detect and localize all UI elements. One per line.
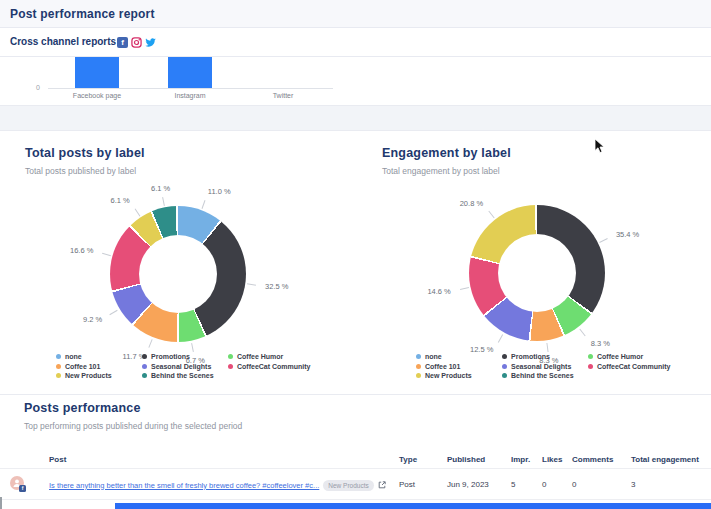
cell-published: Jun 9, 2023 [447,480,489,489]
cell-total-engagement: 3 [631,480,635,489]
engagement-donut-chart[interactable]: 35.4 %8.3 %8.3 %12.5 %14.6 %20.8 % [427,163,647,383]
engagement-title: Engagement by label [382,146,511,160]
facebook-icon[interactable]: f [117,37,128,48]
legend-item[interactable]: Coffee 101 [410,362,496,372]
column-header-published: Published [447,455,485,464]
legend-label: CoffeeCat Community [237,363,311,370]
instagram-icon[interactable] [131,37,142,48]
posts-performance-subtitle: Top performing posts published during th… [24,421,242,431]
legend-item[interactable]: none [50,352,136,362]
legend-dot [416,354,421,359]
legend-dot [142,373,147,378]
legend-item[interactable]: CoffeeCat Community [582,362,668,372]
legend-item[interactable]: Coffee Humor [222,352,308,362]
mouse-cursor [594,138,605,154]
label-leader-line [134,208,140,216]
total-posts-donut-chart[interactable]: 11.0 %32.5 %6.7 %11.7 %9.2 %16.6 %6.1 %6… [68,164,288,384]
legend-label: Coffee Humor [237,353,283,360]
column-header-post: Post [49,455,66,464]
total-posts-title: Total posts by label [25,146,145,160]
legend-item[interactable]: Behind the Scenes [496,371,582,381]
engagement-legend: noneCoffee 101New ProductsPromotionsSeas… [410,352,668,381]
external-link-icon[interactable] [378,481,386,489]
legend-item[interactable]: none [410,352,496,362]
bar-facebook-page[interactable] [75,57,119,88]
window-edge-artifact [0,497,2,509]
label-leader-line [488,211,494,219]
legend-dot [416,373,421,378]
legend-label: New Products [425,372,472,379]
legend-dot [588,354,593,359]
y-axis-tick: 0 [36,84,40,91]
legend-label: Coffee 101 [65,363,100,370]
page-title: Post performance report [10,7,155,21]
page-header: Post performance report [0,0,711,28]
legend-label: none [425,353,442,360]
post-performance-report-page: Post performance report Cross channel re… [0,0,711,509]
legend-item[interactable]: Promotions [496,352,582,362]
legend-dot [142,354,147,359]
legend-item[interactable]: New Products [50,371,136,381]
donut-hole [498,234,576,312]
report-type-selector[interactable]: Cross channel reports [10,36,128,47]
label-leader-line [579,329,585,337]
label-leader-line [546,343,548,352]
legend-dot [502,354,507,359]
slice-percentage-label: 20.8 % [460,199,483,208]
legend-item[interactable]: Coffee 101 [50,362,136,372]
legend-dot [502,373,507,378]
posts-performance-title: Posts performance [24,401,141,415]
legend-item[interactable]: Seasonal Delights [496,362,582,372]
post-cell: Is there anything better than the smell … [49,470,394,500]
legend-dot [416,364,421,369]
label-leader-line [191,343,194,352]
x-axis-line [48,88,333,89]
legend-item[interactable]: CoffeeCat Community [222,362,308,372]
legend-dot [56,364,61,369]
bar-instagram[interactable] [168,57,212,88]
slice-percentage-label: 35.4 % [616,230,639,239]
bottom-progress-bar [115,503,711,509]
legend-dot [588,364,593,369]
legend-dot [228,364,233,369]
column-header-comments: Comments [572,455,613,464]
column-header-total-engagement: Total engagement [631,455,699,464]
column-header-likes: Likes [542,455,562,464]
legend-dot [142,364,147,369]
cell-likes: 0 [542,480,546,489]
cell-type: Post [399,480,415,489]
slice-percentage-label: 6.1 % [110,196,129,205]
label-leader-line [148,339,152,348]
legend-label: Promotions [511,353,550,360]
legend-item[interactable]: Promotions [136,352,222,362]
label-leader-line [162,197,165,206]
channels-bar-chart: 0 Facebook pageInstagramTwitter [0,57,711,105]
legend-label: Coffee Humor [597,353,643,360]
post-link[interactable]: Is there anything better than the smell … [49,481,319,490]
legend-label: CoffeeCat Community [597,363,671,370]
slice-percentage-label: 6.1 % [151,183,170,192]
x-axis-label: Instagram [174,92,205,99]
section-gap [0,105,711,131]
legend-item[interactable]: Seasonal Delights [136,362,222,372]
label-leader-line [600,238,609,243]
label-leader-line [459,287,468,290]
donut-hole [139,235,217,313]
slice-percentage-label: 9.2 % [83,314,102,323]
table-row: f Is there anything better than the smel… [0,470,711,500]
slice-percentage-label: 14.6 % [427,286,450,295]
legend-item[interactable]: Behind the Scenes [136,371,222,381]
cell-comments: 0 [572,480,576,489]
twitter-icon[interactable] [145,37,156,48]
legend-dot [228,354,233,359]
report-selector-label: Cross channel reports [10,36,116,47]
legend-label: Promotions [151,353,190,360]
legend-item[interactable]: New Products [410,371,496,381]
column-header-type: Type [399,455,417,464]
legend-dot [56,373,61,378]
slice-percentage-label: 16.6 % [70,245,93,254]
legend-item[interactable]: Coffee Humor [582,352,668,362]
column-header-impressions: Impr. [511,455,530,464]
slice-percentage-label: 8.3 % [591,338,610,347]
legend-label: Coffee 101 [425,363,460,370]
